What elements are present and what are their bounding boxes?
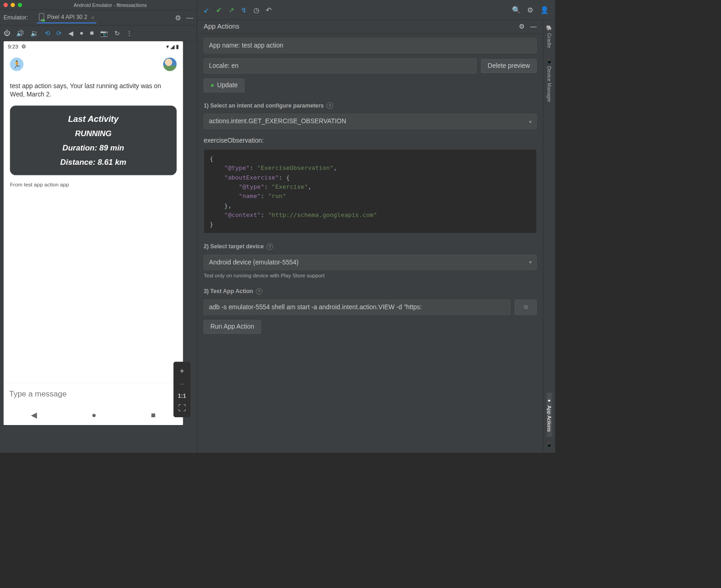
more-icon[interactable]: ⋮: [126, 30, 132, 37]
panel-title: App Actions: [204, 23, 239, 30]
activity-card: Last Activity RUNNING Duration: 89 min D…: [10, 105, 177, 175]
device-select[interactable]: [204, 255, 536, 270]
emulator-tab-bar: Emulator: Pixel 4 API 30 2 × ⚙ —: [0, 10, 197, 26]
rotate-left-icon[interactable]: ⟲: [45, 30, 50, 37]
panel-gear-icon[interactable]: ⚙: [519, 23, 524, 30]
app-actions-icon: ✦: [547, 398, 552, 403]
gradle-icon: 🐘: [547, 25, 552, 31]
ide-top-toolbar: ↙ ✔ ↗ ↯ ◷ ↶ 🔍 ⚙ 👤: [197, 0, 555, 20]
zoom-in-icon[interactable]: +: [174, 364, 191, 377]
app-actions-panel: App Actions ⚙ — Delete preview ● Update: [197, 20, 543, 453]
device-tab-label: Pixel 4 API 30 2: [47, 14, 87, 20]
emulator-titlebar: Android Emulator - fitnessactions: [0, 0, 197, 10]
sync-icon[interactable]: ↯: [241, 6, 247, 14]
rotate-right-icon[interactable]: ⟳: [56, 30, 62, 37]
android-status-bar: 9:23 ⚙ ▾ ◢ ▮: [4, 41, 183, 52]
running-app-icon[interactable]: 🏃: [10, 58, 24, 71]
intent-select[interactable]: [204, 114, 536, 129]
settings-gear-icon[interactable]: ⚙: [527, 6, 534, 14]
app-name-field[interactable]: [204, 38, 536, 53]
copy-icon: ⧉: [524, 304, 528, 311]
from-app-text: From test app action app: [10, 181, 177, 187]
zoom-controls: + − 1:1 ⛶: [174, 362, 191, 417]
gutter-emulator-icon[interactable]: 📱: [547, 437, 552, 453]
zoom-out-icon[interactable]: −: [174, 378, 191, 391]
run-app-action-button[interactable]: Run App Action: [204, 320, 261, 334]
record-icon[interactable]: ↻: [114, 30, 120, 37]
delete-preview-button[interactable]: Delete preview: [481, 59, 537, 73]
battery-icon: ▮: [176, 43, 179, 50]
emulator-window: Android Emulator - fitnessactions Emulat…: [0, 0, 197, 453]
assistant-header: 🏃: [4, 52, 183, 77]
phone-screen: 9:23 ⚙ ▾ ◢ ▮ 🏃 test app action says, You…: [4, 41, 183, 425]
history-icon[interactable]: ◷: [253, 6, 259, 14]
phone-viewport: 9:23 ⚙ ▾ ◢ ▮ 🏃 test app action says, You…: [0, 41, 197, 453]
back-icon[interactable]: ◀: [68, 30, 73, 37]
update-button[interactable]: ● Update: [204, 78, 244, 92]
power-icon[interactable]: ⏻: [4, 30, 10, 37]
param-label: exerciseObservation:: [204, 137, 536, 144]
signal-icon: ◢: [170, 43, 174, 50]
ide-pane: ↙ ✔ ↗ ↯ ◷ ↶ 🔍 ⚙ 👤 App Actions ⚙ — D: [197, 0, 555, 453]
json-code-block[interactable]: { "@type": "ExerciseObservation", "about…: [204, 149, 536, 233]
message-input[interactable]: [9, 390, 177, 399]
nav-overview-icon[interactable]: ■: [151, 410, 156, 420]
status-time: 9:23: [8, 43, 18, 49]
device-tab[interactable]: Pixel 4 API 30 2 ×: [37, 12, 96, 23]
assistant-body: test app action says, Your last running …: [4, 77, 183, 192]
adb-command-field[interactable]: [204, 300, 511, 315]
device-hint: Test only on running device with Play St…: [204, 272, 536, 278]
profile-avatar-icon[interactable]: 👤: [540, 6, 549, 14]
nav-home-icon[interactable]: ●: [91, 410, 96, 420]
home-icon[interactable]: ●: [79, 30, 83, 37]
zoom-fit-icon[interactable]: ⛶: [174, 402, 191, 415]
chevron-down-icon: ▾: [529, 118, 532, 125]
step-into-icon[interactable]: ↙: [204, 6, 210, 14]
copy-button[interactable]: ⧉: [515, 300, 537, 315]
search-icon[interactable]: 🔍: [512, 6, 521, 14]
chevron-down-icon: ▾: [529, 259, 532, 266]
screenshot-icon[interactable]: 📷: [100, 30, 108, 37]
gutter-device-manager[interactable]: 📱 Device Manager: [547, 53, 552, 108]
zoom-ratio-button[interactable]: 1:1: [174, 391, 191, 402]
user-avatar[interactable]: [163, 58, 176, 71]
emulator-window-title: Android Emulator - fitnessactions: [27, 2, 193, 7]
ide-right-gutter: 🐘 Gradle 📱 Device Manager ✦ App Actions …: [543, 20, 555, 453]
window-controls: [4, 3, 22, 7]
device-icon: [39, 13, 44, 21]
assistant-response-text: test app action says, Your last running …: [10, 82, 177, 99]
panel-header: App Actions ⚙ —: [197, 20, 543, 34]
volume-down-icon[interactable]: 🔉: [30, 30, 38, 37]
emulator-toolbar: ⏻ 🔊 🔉 ⟲ ⟳ ◀ ● ■ 📷 ↻ ⋮: [0, 25, 197, 41]
gear-icon[interactable]: ⚙: [175, 13, 181, 22]
help-icon[interactable]: ?: [327, 102, 333, 109]
help-icon[interactable]: ?: [266, 243, 273, 250]
card-duration: Duration: 89 min: [13, 143, 173, 152]
zoom-window-icon[interactable]: [18, 3, 22, 7]
section-1-label: 1) Select an intent and configure parame…: [204, 102, 536, 109]
gutter-gradle[interactable]: 🐘 Gradle: [547, 20, 552, 53]
minimize-window-icon[interactable]: [11, 3, 15, 7]
android-nav-bar: ◀ ● ■: [4, 405, 183, 425]
nav-back-icon[interactable]: ◀: [31, 410, 37, 420]
help-icon[interactable]: ?: [256, 288, 262, 294]
close-window-icon[interactable]: [4, 3, 8, 7]
apply-changes-icon[interactable]: ✔: [216, 6, 222, 14]
section-3-label: 3) Test App Action ?: [204, 288, 536, 294]
device-manager-icon: 📱: [547, 58, 552, 64]
volume-up-icon[interactable]: 🔊: [16, 30, 24, 37]
emulator-gutter-icon: 📱: [547, 442, 552, 448]
panel-minimize-icon[interactable]: —: [530, 23, 537, 30]
locale-field[interactable]: [204, 58, 476, 73]
undo-icon[interactable]: ↶: [266, 6, 272, 14]
gutter-app-actions[interactable]: ✦ App Actions: [547, 393, 552, 437]
step-out-icon[interactable]: ↗: [228, 6, 234, 14]
overview-icon[interactable]: ■: [90, 30, 94, 37]
wifi-icon: ▾: [166, 43, 169, 50]
message-input-row: [4, 383, 183, 405]
update-button-label: Update: [217, 82, 238, 89]
card-type: RUNNING: [13, 129, 173, 138]
close-tab-icon[interactable]: ×: [91, 14, 94, 20]
section-2-label: 2) Select target device ?: [204, 243, 536, 250]
minimize-panel-icon[interactable]: —: [186, 13, 193, 22]
